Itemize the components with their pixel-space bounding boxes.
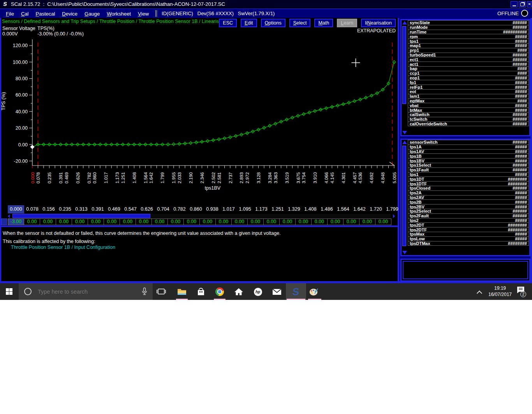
table-header-cell[interactable]: 0.469 — [106, 205, 122, 213]
table-header-cell[interactable]: 0.078 — [24, 205, 41, 213]
chrome-icon[interactable] — [215, 287, 225, 297]
search-input[interactable] — [37, 288, 128, 295]
table-header-cell[interactable]: 0.626 — [139, 205, 155, 213]
related-calibration-link[interactable]: Throttle Position Sensor 1B / Input Conf… — [11, 245, 115, 250]
scrollbar-thumb[interactable] — [402, 146, 406, 246]
start-button[interactable] — [0, 283, 19, 300]
scal-taskbar-icon[interactable]: S — [286, 283, 306, 300]
table-header-cell[interactable]: 0.938 — [204, 205, 220, 213]
table-value-cell[interactable]: 0.00 — [72, 218, 88, 225]
taskbar-clock[interactable]: 19:19 16/07/2017 — [483, 285, 517, 298]
table-header-cell[interactable]: 1.329 — [286, 205, 302, 213]
linearisation-chart[interactable]: -20.000.0020.0040.0060.0080.00100.00120.… — [1, 37, 398, 193]
scrollbar-thumb[interactable] — [402, 26, 406, 104]
file-explorer-icon[interactable] — [177, 287, 187, 297]
learn-button[interactable]: Learn — [337, 19, 357, 27]
table-header-cell[interactable]: 1.095 — [237, 205, 253, 213]
menu-device[interactable]: Device — [58, 11, 81, 17]
scroll-up-arrow-icon[interactable] — [402, 141, 407, 144]
table-header-cell[interactable]: 0.547 — [122, 205, 139, 213]
esc-button[interactable]: ESC — [219, 19, 237, 27]
table-header-cell[interactable]: 0.235 — [57, 205, 73, 213]
table-value-cell[interactable]: 0.00 — [279, 218, 296, 225]
taskbar-search[interactable] — [19, 283, 153, 300]
table-value-cell[interactable]: 0.00 — [311, 218, 328, 225]
table-value-cell[interactable]: 0.00 — [56, 218, 72, 225]
scroll-down-arrow-icon[interactable] — [402, 251, 407, 254]
monitor-row-tpsDTMax[interactable]: tpsDTMax######## — [408, 241, 529, 246]
options-button[interactable]: Options — [261, 19, 285, 27]
select-button[interactable]: Select — [289, 19, 311, 27]
table-value-cell[interactable]: -3.00 — [8, 218, 24, 225]
table-header-cell[interactable]: 1.017 — [220, 205, 237, 213]
table-header-cell[interactable]: 0.704 — [155, 205, 171, 213]
table-header-cell[interactable]: 1.642 — [351, 205, 368, 213]
monitor-row-calOverrideSwitch[interactable]: calOverrideSwitch###### — [408, 122, 529, 127]
table-value-cell[interactable]: 0.00 — [359, 218, 375, 225]
scrollbar-thumb[interactable] — [12, 214, 150, 218]
table-value-cell[interactable]: 0.00 — [40, 218, 56, 225]
panel1-scrollbar[interactable] — [402, 20, 407, 135]
table-header-cell[interactable]: 1.720 — [368, 205, 384, 213]
table-value-cell[interactable]: 0.00 — [136, 218, 152, 225]
table-header-cell[interactable]: 1.564 — [335, 205, 351, 213]
table-value-cell[interactable]: 0.00 — [104, 218, 120, 225]
table-value-cell[interactable]: 0.00 — [343, 218, 359, 225]
table-value-cell[interactable]: 0.00 — [375, 218, 391, 225]
microsoft-store-icon[interactable] — [196, 287, 206, 297]
linearisation-button[interactable]: liNearisation — [361, 19, 396, 27]
table-value-cell[interactable]: 0.00 — [183, 218, 200, 225]
scroll-up-arrow-icon[interactable] — [402, 21, 407, 25]
tray-expand-chevron-icon[interactable] — [477, 291, 482, 296]
edit-button[interactable]: Edit — [241, 19, 257, 27]
scrollbar-track[interactable] — [12, 214, 391, 218]
close-button[interactable]: ✕ — [527, 1, 532, 7]
hp-icon[interactable]: hp — [253, 287, 263, 297]
table-value-cell[interactable]: 0.00 — [24, 218, 40, 225]
menu-gauge[interactable]: Gauge — [81, 11, 103, 17]
table-header-cell[interactable]: 1.799 — [384, 205, 400, 213]
monitor-label: tps1DTF — [410, 182, 427, 186]
mail-icon[interactable] — [272, 287, 282, 297]
table-header-cell[interactable]: 1.486 — [319, 205, 335, 213]
menu-cal[interactable]: Cal — [18, 11, 32, 17]
task-view-icon[interactable] — [157, 287, 166, 296]
table-value-cell[interactable]: 0.00 — [263, 218, 280, 225]
table-value-cell[interactable]: 0.00 — [327, 218, 344, 225]
table-scrollbar[interactable] — [8, 214, 395, 218]
minimize-button[interactable] — [511, 1, 518, 7]
table-value-cell[interactable]: 0.00 — [247, 218, 264, 225]
table-value-cell[interactable]: 0.00 — [88, 218, 104, 225]
restore-button[interactable] — [519, 1, 526, 7]
table-header-cell[interactable]: 0.000 — [8, 205, 24, 213]
microphone-icon[interactable] — [142, 287, 147, 296]
table-value-cell[interactable]: 0.00 — [295, 218, 312, 225]
table-header-cell[interactable]: 0.391 — [90, 205, 106, 213]
paint-icon[interactable] — [309, 287, 319, 297]
table-header-cell[interactable]: 1.251 — [270, 205, 286, 213]
table-value-cell[interactable]: 0.00 — [199, 218, 216, 225]
menu-file[interactable]: File — [2, 11, 18, 17]
menu-pastecal[interactable]: Pastecal — [32, 11, 58, 17]
home-icon[interactable] — [234, 287, 244, 297]
math-button[interactable]: Math — [314, 19, 333, 27]
table-header-cell[interactable]: 1.173 — [253, 205, 270, 213]
table-value-cell[interactable]: 0.00 — [151, 218, 168, 225]
menu-worksheet[interactable]: Worksheet — [103, 11, 134, 17]
scroll-left-arrow-icon[interactable] — [8, 214, 12, 218]
table-header-cell[interactable]: 0.313 — [73, 205, 90, 213]
table-value-cell[interactable]: 0.00 — [167, 218, 184, 225]
table-value-cell[interactable]: 0.00 — [215, 218, 232, 225]
panel2-scrollbar[interactable] — [402, 140, 407, 255]
svg-text:3.128: 3.128 — [256, 172, 261, 183]
svg-text:0.860: 0.860 — [92, 172, 97, 183]
table-header-cell[interactable]: 0.156 — [41, 205, 57, 213]
scroll-right-arrow-icon[interactable] — [391, 214, 395, 218]
scroll-down-arrow-icon[interactable] — [402, 131, 407, 134]
table-header-cell[interactable]: 0.860 — [188, 205, 204, 213]
menu-view[interactable]: View — [134, 11, 152, 17]
table-value-cell[interactable]: 0.00 — [120, 218, 136, 225]
table-value-cell[interactable]: 0.00 — [231, 218, 248, 225]
table-header-cell[interactable]: 1.408 — [302, 205, 319, 213]
table-header-cell[interactable]: 0.782 — [171, 205, 188, 213]
